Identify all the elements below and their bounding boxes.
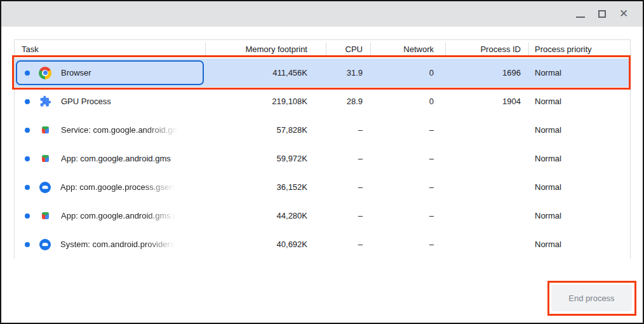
process-id-cell: 1904 xyxy=(445,87,528,116)
task-name: App: com.google.android.gms.u xyxy=(61,211,178,220)
cpu-cell: – xyxy=(326,230,370,259)
task-name: Browser xyxy=(61,68,91,78)
cpu-cell: 28.9 xyxy=(326,87,370,116)
priority-cell: Normal xyxy=(528,230,630,259)
table-row[interactable]: App: com.google.android.gms.u 44,280K – … xyxy=(15,201,630,230)
network-cell: – xyxy=(370,173,445,201)
chrome-icon xyxy=(39,67,51,79)
end-process-button[interactable]: End process xyxy=(551,285,632,311)
cpu-cell: – xyxy=(326,173,370,201)
table-row[interactable]: App: com.google.android.gms 59,972K – – … xyxy=(15,144,630,173)
column-header-label: Process priority xyxy=(535,44,592,54)
task-cell: App: com.google.process.gserv xyxy=(15,173,205,201)
table-row[interactable]: Browser 411,456K 31.9 0 1696 Normal xyxy=(15,58,630,87)
cpu-cell: – xyxy=(326,116,370,144)
task-name: GPU Process xyxy=(61,97,111,106)
blue-circle-icon xyxy=(39,182,51,193)
table-header: TaskMemory footprintCPUNetworkProcess ID… xyxy=(15,40,630,58)
column-header-task[interactable]: Task xyxy=(15,40,205,58)
process-id-cell xyxy=(445,201,528,230)
memory-cell: 411,456K xyxy=(205,58,326,87)
network-cell: – xyxy=(370,144,445,173)
process-table: TaskMemory footprintCPUNetworkProcess ID… xyxy=(14,39,631,259)
network-cell: – xyxy=(370,201,445,230)
titlebar: ✕ xyxy=(1,1,643,27)
memory-cell: 219,108K xyxy=(205,87,326,116)
process-id-cell xyxy=(445,144,528,173)
column-header-cpu[interactable]: CPU xyxy=(326,40,370,58)
network-cell: 0 xyxy=(370,58,445,87)
network-cell: – xyxy=(370,116,445,144)
cpu-cell: – xyxy=(326,144,370,173)
blue-circle-icon xyxy=(39,239,51,250)
priority-cell: Normal xyxy=(528,87,630,116)
column-header-network[interactable]: Network xyxy=(370,40,445,58)
process-bullet-icon xyxy=(25,128,30,133)
task-name: System: com.android.providers. xyxy=(60,240,177,249)
column-header-label: Memory footprint xyxy=(245,44,307,54)
android-app-icon xyxy=(39,152,51,165)
task-name: Service: com.google.android.gm xyxy=(61,125,179,135)
process-bullet-icon xyxy=(25,185,30,190)
column-header-process-id[interactable]: Process ID xyxy=(445,40,528,58)
table-row[interactable]: App: com.google.process.gserv 36,152K – … xyxy=(15,173,630,201)
process-bullet-icon xyxy=(25,71,30,76)
cpu-cell: 31.9 xyxy=(326,58,370,87)
maximize-icon xyxy=(598,10,606,18)
task-name: App: com.google.android.gms xyxy=(61,154,171,163)
minimize-button[interactable] xyxy=(575,9,586,19)
process-id-cell xyxy=(445,116,528,144)
process-bullet-icon xyxy=(25,213,30,219)
task-cell: Browser xyxy=(15,58,205,87)
task-cell: App: com.google.android.gms xyxy=(15,144,205,173)
column-header-memory-footprint[interactable]: Memory footprint xyxy=(205,40,326,58)
task-manager-window: ✕ TaskMemory footprintCPUNetworkProcess … xyxy=(0,0,644,324)
memory-cell: 40,692K xyxy=(205,230,326,259)
process-bullet-icon xyxy=(25,99,30,104)
task-cell: App: com.google.android.gms.u xyxy=(15,201,205,230)
priority-cell: Normal xyxy=(528,144,630,173)
column-header-label: Process ID xyxy=(480,44,521,54)
task-cell: System: com.android.providers. xyxy=(15,230,205,259)
priority-cell: Normal xyxy=(528,173,630,201)
column-header-label: CPU xyxy=(345,44,363,54)
cpu-cell: – xyxy=(326,201,370,230)
table-body: Browser 411,456K 31.9 0 1696 Normal GPU … xyxy=(15,58,630,259)
process-bullet-icon xyxy=(25,156,30,161)
process-id-cell: 1696 xyxy=(445,58,528,87)
task-cell: GPU Process xyxy=(15,87,205,116)
maximize-button[interactable] xyxy=(597,9,607,19)
column-header-process-priority[interactable]: Process priority xyxy=(528,40,630,58)
priority-cell: Normal xyxy=(528,58,630,87)
process-id-cell xyxy=(445,230,528,259)
column-header-label: Network xyxy=(403,44,434,54)
close-button[interactable]: ✕ xyxy=(619,9,629,19)
memory-cell: 44,280K xyxy=(205,201,326,230)
table-row[interactable]: System: com.android.providers. 40,692K –… xyxy=(15,230,630,259)
process-bullet-icon xyxy=(25,242,30,247)
minimize-icon xyxy=(576,17,585,18)
task-name: App: com.google.process.gserv xyxy=(60,182,176,192)
android-app-icon xyxy=(39,124,51,137)
puzzle-icon xyxy=(39,95,51,108)
column-header-label: Task xyxy=(22,44,39,54)
memory-cell: 59,972K xyxy=(205,144,326,173)
network-cell: – xyxy=(370,230,445,259)
table-row[interactable]: Service: com.google.android.gm 57,828K –… xyxy=(15,116,630,144)
close-icon: ✕ xyxy=(619,9,628,19)
priority-cell: Normal xyxy=(528,201,630,230)
priority-cell: Normal xyxy=(528,116,630,144)
memory-cell: 57,828K xyxy=(205,116,326,144)
android-app-icon xyxy=(39,210,51,222)
table-row[interactable]: GPU Process 219,108K 28.9 0 1904 Normal xyxy=(15,87,630,116)
network-cell: 0 xyxy=(370,87,445,116)
memory-cell: 36,152K xyxy=(205,173,326,201)
task-cell: Service: com.google.android.gm xyxy=(15,116,205,144)
process-id-cell xyxy=(445,173,528,201)
